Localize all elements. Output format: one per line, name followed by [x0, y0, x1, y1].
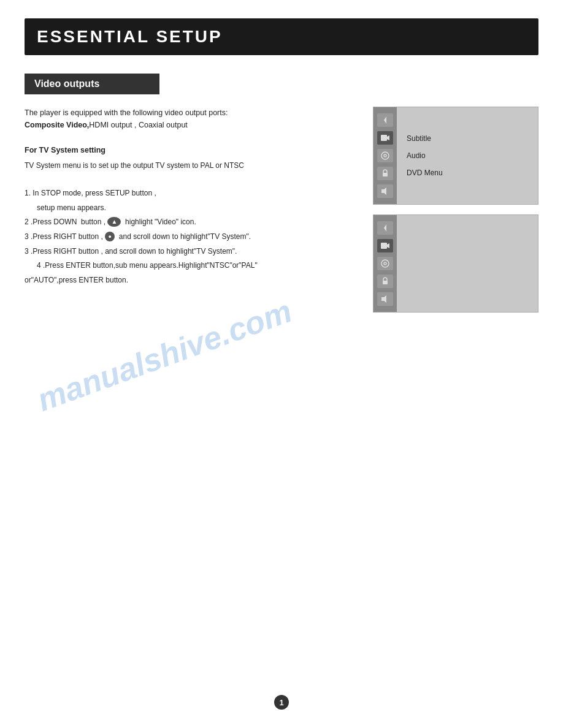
svg-marker-6	[381, 188, 386, 195]
svg-marker-9	[387, 243, 389, 248]
intro-rest: HDMI output , Coaxial output	[89, 121, 188, 129]
intro-bold: Composite Video,	[25, 121, 89, 129]
step-1: 1. In STOP mode, press SETUP button ,	[25, 187, 361, 200]
menu-panel-2	[373, 214, 538, 313]
menu-icon-2-speaker[interactable]	[377, 292, 393, 306]
menu-icons-1	[373, 107, 397, 204]
svg-rect-12	[383, 281, 388, 284]
main-content: The player is equipped with the followin…	[25, 107, 538, 313]
step-5: or"AUTO",press ENTER button.	[25, 274, 361, 287]
page-title: ESSENTIAL SETUP	[37, 27, 526, 47]
steps-container: TV System menu is to set up the output T…	[25, 159, 361, 287]
menu-icon-arrow[interactable]	[377, 113, 393, 127]
page-header: ESSENTIAL SETUP	[25, 18, 538, 55]
menu-icon-speaker[interactable]	[377, 184, 393, 198]
svg-point-3	[381, 152, 389, 159]
menu-panel-1: Subtitle Audio DVD Menu	[373, 107, 538, 205]
step-2: 2 .Press DOWN button , ▲ highlight "Vide…	[25, 216, 361, 229]
page-number: 1	[274, 695, 289, 710]
svg-marker-13	[381, 295, 386, 303]
menu-icon-2-video[interactable]	[377, 239, 393, 252]
svg-rect-5	[383, 173, 388, 176]
menu-icon-2-arrow[interactable]	[377, 221, 393, 235]
menu-icon-2-lock[interactable]	[377, 275, 393, 288]
intro-line1: The player is equipped with the followin…	[25, 108, 228, 117]
svg-marker-7	[384, 224, 386, 232]
menu-icon-disc[interactable]	[377, 149, 393, 162]
svg-rect-1	[381, 135, 387, 141]
menu-icons-2	[373, 215, 397, 312]
svg-point-11	[384, 262, 386, 265]
svg-rect-8	[381, 243, 387, 249]
step-3: 3 .Press RIGHT button , ● and scroll dow…	[25, 230, 361, 244]
step-4: 3 .Press RIGHT button , and scroll down …	[25, 245, 361, 259]
step-1b: setup menu appears.	[25, 202, 361, 215]
svg-point-4	[384, 154, 386, 157]
step-description: TV System menu is to set up the output T…	[25, 159, 361, 173]
left-column: The player is equipped with the followin…	[25, 107, 361, 313]
menu-item-subtitle: Subtitle	[404, 133, 530, 144]
tv-section-heading: For TV System setting	[25, 146, 361, 154]
right-column: Subtitle Audio DVD Menu	[373, 107, 538, 313]
menu-item-dvd-menu: DVD Menu	[404, 167, 530, 178]
svg-marker-2	[387, 135, 389, 140]
menu-content-1: Subtitle Audio DVD Menu	[397, 107, 538, 204]
section-title: Video outputs	[25, 74, 159, 94]
menu-icon-2-disc[interactable]	[377, 257, 393, 270]
intro-paragraph: The player is equipped with the followin…	[25, 107, 361, 131]
svg-marker-0	[384, 116, 386, 124]
svg-point-10	[381, 260, 389, 267]
menu-content-2-empty	[397, 215, 538, 312]
menu-item-audio: Audio	[404, 150, 530, 161]
menu-icon-video[interactable]	[377, 131, 393, 145]
step-4b: 4 .Press ENTER button,sub menu appears.H…	[25, 259, 361, 273]
menu-icon-lock[interactable]	[377, 167, 393, 180]
